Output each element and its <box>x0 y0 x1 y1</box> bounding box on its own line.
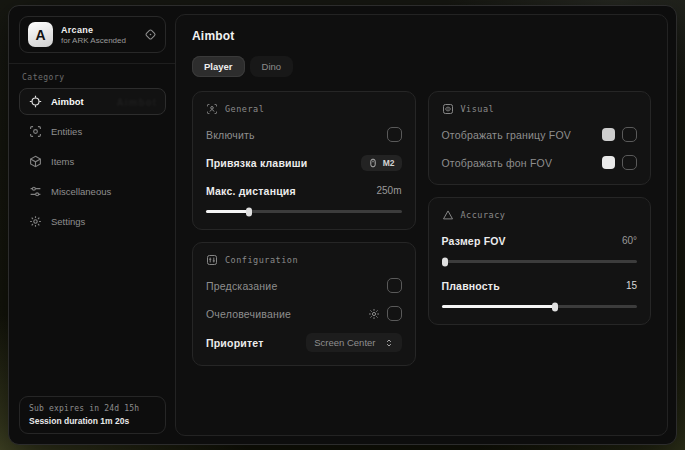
chevron-up-down-icon <box>384 338 394 348</box>
diamond-target-icon[interactable] <box>144 28 157 41</box>
smoothness-value: 15 <box>626 280 637 291</box>
session-duration-text: Session duration 1m 20s <box>29 416 156 426</box>
card-title: Configuration <box>225 255 298 265</box>
row-fov-size: Размер FOV 60° <box>442 232 638 249</box>
tab-bar: Player Dino <box>192 56 651 77</box>
sidebar-item-label: Aimbot <box>51 96 84 107</box>
page-title: Aimbot <box>192 29 651 43</box>
main-panel: Aimbot Player Dino <box>175 14 668 436</box>
card-configuration-header: Configuration <box>206 254 402 266</box>
row-enable: Включить <box>206 126 402 143</box>
card-title: Accuracy <box>461 210 506 220</box>
app-subtitle: for ARK Ascended <box>61 36 126 45</box>
slider-track <box>206 210 402 214</box>
gear-icon[interactable] <box>368 308 380 320</box>
humanization-label: Очеловечивание <box>206 308 291 320</box>
card-general: General Включить Привязка клавиши <box>192 91 416 230</box>
tune-box-icon <box>206 254 218 266</box>
eye-box-icon <box>442 103 454 115</box>
slider-thumb[interactable] <box>246 207 252 216</box>
row-keybind: Привязка клавиши M2 <box>206 154 402 171</box>
fov-border-color-swatch[interactable] <box>602 128 615 141</box>
sidebar-item-label: Miscellaneous <box>51 186 111 197</box>
max-distance-slider[interactable] <box>206 207 402 216</box>
enable-label: Включить <box>206 129 255 141</box>
max-distance-value: 250m <box>376 185 401 196</box>
card-title: Visual <box>461 104 495 114</box>
row-prediction: Предсказание <box>206 277 402 294</box>
scan-target-icon <box>29 125 42 138</box>
sub-expires-text: Sub expires in 24d 15h <box>29 404 156 413</box>
fov-border-controls <box>602 127 637 142</box>
row-fov-border: Отображать границу FOV <box>442 126 638 143</box>
humanization-controls <box>368 306 402 321</box>
slider-thumb[interactable] <box>442 257 448 266</box>
card-general-header: General <box>206 103 402 115</box>
slider-fill <box>442 260 446 264</box>
prediction-label: Предсказание <box>206 280 277 292</box>
priority-label: Приоритет <box>206 337 263 349</box>
sidebar: A Arcane for ARK Ascended Category <box>9 6 175 444</box>
fov-background-color-swatch[interactable] <box>602 156 615 169</box>
slider-fill <box>206 210 249 214</box>
box-icon <box>29 155 42 168</box>
crosshair-icon <box>29 95 42 108</box>
left-column: General Включить Привязка клавиши <box>192 91 416 366</box>
smoothness-label: Плавность <box>442 280 500 292</box>
priority-select-value: Screen Center <box>314 337 375 348</box>
gear-icon <box>29 215 42 228</box>
fov-background-controls <box>602 155 637 170</box>
fov-border-label: Отображать границу FOV <box>442 129 572 141</box>
row-max-distance: Макс. дистанция 250m <box>206 182 402 199</box>
enable-checkbox[interactable] <box>387 127 402 142</box>
row-smoothness: Плавность 15 <box>442 277 638 294</box>
app-name: Arcane <box>61 25 126 35</box>
prediction-checkbox[interactable] <box>387 278 402 293</box>
max-distance-label: Макс. дистанция <box>206 185 296 197</box>
fov-background-checkbox[interactable] <box>622 155 637 170</box>
sidebar-item-settings[interactable]: Settings <box>19 208 166 235</box>
card-visual: Visual Отображать границу FOV Отображать… <box>428 91 652 185</box>
sidebar-item-miscellaneous[interactable]: Miscellaneous <box>19 178 166 205</box>
cards-layout: General Включить Привязка клавиши <box>192 91 651 366</box>
tab-player[interactable]: Player <box>192 56 245 77</box>
mouse-icon <box>368 158 378 168</box>
person-scan-icon <box>206 103 218 115</box>
card-accuracy-header: Accuracy <box>442 209 638 221</box>
card-configuration: Configuration Предсказание Очеловечивани… <box>192 242 416 366</box>
smoothness-slider[interactable] <box>442 302 638 311</box>
nav-watermark: Aimbot <box>117 96 157 107</box>
subscription-card: Sub expires in 24d 15h Session duration … <box>19 396 166 434</box>
triangle-icon <box>442 209 454 221</box>
brand-text: Arcane for ARK Ascended <box>61 25 126 45</box>
row-fov-background: Отображать фон FOV <box>442 154 638 171</box>
keybind-button[interactable]: M2 <box>361 155 402 171</box>
card-title: General <box>225 104 264 114</box>
row-humanization: Очеловечивание <box>206 305 402 322</box>
fov-background-label: Отображать фон FOV <box>442 157 553 169</box>
priority-select[interactable]: Screen Center <box>306 333 401 352</box>
sidebar-item-entities[interactable]: Entities <box>19 118 166 145</box>
humanization-checkbox[interactable] <box>387 306 402 321</box>
fov-size-label: Размер FOV <box>442 235 506 247</box>
fov-size-slider[interactable] <box>442 257 638 266</box>
category-label: Category <box>22 73 163 82</box>
sidebar-item-label: Entities <box>51 126 82 137</box>
card-visual-header: Visual <box>442 103 638 115</box>
fov-border-checkbox[interactable] <box>622 127 637 142</box>
app-window: A Arcane for ARK Ascended Category <box>8 5 677 445</box>
keybind-value: M2 <box>383 158 395 168</box>
row-priority: Приоритет Screen Center <box>206 333 402 352</box>
sidebar-nav: Aimbot Aimbot Entities <box>19 88 166 235</box>
sidebar-item-aimbot[interactable]: Aimbot Aimbot <box>19 88 166 115</box>
sidebar-item-label: Settings <box>51 216 85 227</box>
right-column: Visual Отображать границу FOV Отображать… <box>428 91 652 325</box>
tab-dino[interactable]: Dino <box>250 56 294 77</box>
card-accuracy: Accuracy Размер FOV 60° <box>428 197 652 325</box>
sidebar-item-items[interactable]: Items <box>19 148 166 175</box>
sliders-icon <box>29 185 42 198</box>
brand-card: A Arcane for ARK Ascended <box>19 16 166 53</box>
app-logo: A <box>28 22 53 47</box>
slider-thumb[interactable] <box>552 302 558 311</box>
sidebar-divider <box>9 63 175 64</box>
